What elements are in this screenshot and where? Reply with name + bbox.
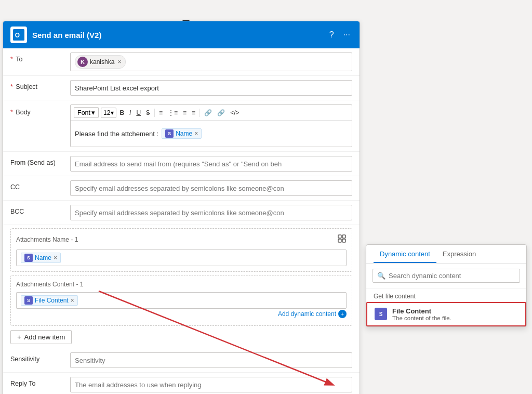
- add-dynamic-content-link[interactable]: Add dynamic content +: [16, 309, 347, 320]
- recipient-name: kanishka: [90, 58, 114, 65]
- add-new-item-button[interactable]: + Add new item: [10, 330, 72, 344]
- svg-rect-5: [342, 239, 345, 242]
- bcc-input[interactable]: [70, 205, 352, 220]
- to-required: *: [10, 56, 13, 63]
- attachments-name-token-label: Name: [35, 254, 51, 261]
- subject-row: * Subject: [3, 76, 360, 100]
- code-button[interactable]: </>: [228, 108, 241, 117]
- strikethrough-button[interactable]: S̶: [144, 108, 152, 117]
- size-dropdown-arrow: ▾: [111, 109, 114, 116]
- attachments-content-token-icon: S: [24, 296, 33, 305]
- cc-row: CC: [3, 176, 360, 201]
- svg-rect-3: [342, 235, 345, 238]
- help-button[interactable]: ?: [327, 29, 336, 41]
- attachments-name-title: Attachments Name - 1: [16, 236, 78, 243]
- remove-body-token[interactable]: ×: [194, 130, 198, 137]
- bold-button[interactable]: B: [117, 108, 126, 117]
- sensitivity-input[interactable]: [70, 352, 352, 368]
- toolbar-sep-2: [200, 109, 200, 117]
- remove-recipient-button[interactable]: ×: [117, 58, 121, 65]
- toolbar-sep-1: [154, 109, 155, 117]
- link-button[interactable]: 🔗: [202, 108, 214, 117]
- cc-label: CC: [10, 180, 70, 191]
- more-options-button[interactable]: ···: [341, 29, 352, 41]
- underline-button[interactable]: U: [134, 108, 143, 117]
- file-content-text: File Content The content of the file.: [392, 307, 451, 321]
- italic-button[interactable]: I: [127, 108, 133, 117]
- to-label: * To: [10, 52, 70, 63]
- from-row: From (Send as): [3, 152, 360, 176]
- attachments-content-token-label: File Content: [35, 297, 69, 304]
- svg-rect-4: [338, 239, 341, 242]
- tab-dynamic-content[interactable]: Dynamic content: [374, 245, 436, 263]
- subject-label: * Subject: [10, 80, 70, 90]
- font-selector[interactable]: Font ▾: [74, 107, 99, 118]
- dynamic-search-input[interactable]: [389, 272, 515, 280]
- remove-name-token[interactable]: ×: [54, 254, 57, 261]
- font-dropdown-arrow: ▾: [91, 109, 95, 116]
- cc-input[interactable]: [70, 180, 352, 196]
- recipient-avatar: K: [77, 57, 88, 67]
- attachments-name-section: Attachments Name - 1 S Name: [10, 228, 352, 272]
- panel-search-container: 🔍: [366, 264, 526, 288]
- bullet-list-button[interactable]: ≡: [157, 108, 165, 117]
- bcc-row: BCC: [3, 201, 360, 225]
- attachments-content-title: Attachments Content - 1: [16, 281, 83, 288]
- attachments-content-token: S File Content ×: [21, 295, 78, 306]
- to-field[interactable]: K kanishka ×: [70, 52, 352, 71]
- unlink-button[interactable]: 🔗: [215, 108, 227, 117]
- attachments-name-options[interactable]: [337, 234, 347, 245]
- remove-content-token[interactable]: ×: [71, 297, 74, 304]
- align-left-button[interactable]: ≡: [181, 108, 189, 117]
- header-actions: ? ···: [327, 29, 352, 41]
- file-content-name: File Content: [392, 307, 451, 315]
- attachments-content-field[interactable]: S File Content ×: [16, 292, 347, 309]
- tab-expression[interactable]: Expression: [436, 245, 482, 263]
- attachments-name-field[interactable]: S Name ×: [16, 249, 347, 266]
- subject-input[interactable]: [70, 80, 352, 96]
- subject-required: *: [10, 83, 13, 90]
- editor-toolbar: Font ▾ 12 ▾ B I U S̶ ≡ ⋮≡: [71, 105, 352, 121]
- sensitivity-row: Sensitivity: [3, 348, 360, 373]
- send-email-card: O Send an email (V2) ? ··· * To K k: [3, 21, 360, 394]
- attachments-name-token-icon: S: [24, 254, 33, 262]
- outlook-icon: O: [10, 27, 27, 43]
- editor-content[interactable]: Please find the attchement : S Name ×: [71, 121, 352, 147]
- file-content-icon: S: [375, 308, 387, 320]
- attachments-name-header: Attachments Name - 1: [16, 234, 347, 245]
- body-required: *: [10, 109, 13, 116]
- attachments-content-header: Attachments Content - 1: [16, 281, 347, 288]
- reply-to-input[interactable]: [70, 377, 352, 392]
- font-size-selector[interactable]: 12 ▾: [101, 108, 116, 118]
- add-new-item-label: Add new item: [24, 333, 65, 341]
- bcc-label: BCC: [10, 205, 70, 215]
- rich-editor: Font ▾ 12 ▾ B I U S̶ ≡ ⋮≡: [70, 104, 352, 147]
- body-token-label: Name: [176, 130, 192, 137]
- card-body: * To K kanishka × * Subject: [3, 48, 360, 394]
- file-content-desc: The content of the file.: [392, 315, 451, 321]
- svg-rect-2: [338, 235, 341, 238]
- align-center-button[interactable]: ≡: [190, 108, 197, 117]
- add-new-item-plus: +: [17, 333, 21, 341]
- dynamic-content-panel: Dynamic content Expression 🔍 Get file co…: [366, 244, 527, 327]
- card-header: O Send an email (V2) ? ···: [3, 21, 360, 48]
- file-content-item[interactable]: S File Content The content of the file.: [366, 302, 526, 326]
- attachments-content-section: Attachments Content - 1 S File Content ×…: [10, 275, 352, 326]
- to-row: * To K kanishka ×: [3, 48, 360, 76]
- body-token: S Name ×: [162, 128, 202, 139]
- search-icon: 🔍: [377, 272, 385, 280]
- reply-to-label: Reply To: [10, 377, 70, 387]
- sensitivity-label: Sensitivity: [10, 352, 70, 363]
- reply-to-row: Reply To: [3, 373, 360, 394]
- search-box: 🔍: [373, 269, 520, 283]
- from-label: From (Send as): [10, 156, 70, 166]
- body-token-icon: S: [165, 129, 174, 138]
- from-input[interactable]: [70, 156, 352, 172]
- add-dynamic-plus: +: [338, 310, 347, 318]
- body-label: * Body: [10, 104, 70, 116]
- numbered-list-button[interactable]: ⋮≡: [166, 108, 180, 117]
- body-text: Please find the attchement :: [75, 130, 158, 138]
- panel-section-title: Get file content: [366, 288, 526, 302]
- card-title: Send an email (V2): [32, 31, 327, 40]
- attachments-name-token: S Name ×: [21, 253, 61, 263]
